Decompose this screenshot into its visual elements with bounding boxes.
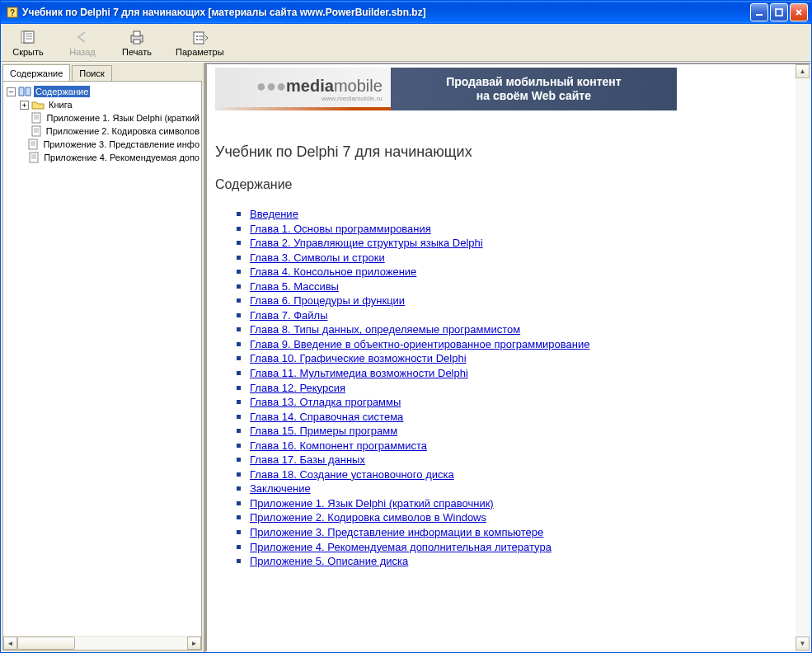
toc-link[interactable]: Приложение 4. Рекомендуемая дополнительн… [250, 541, 552, 553]
back-icon [73, 28, 92, 46]
close-button[interactable] [790, 3, 808, 21]
banner-brand-prefix: media [286, 77, 334, 95]
toc-item: Глава 9. Введение в объектно-ориентирова… [250, 337, 787, 352]
content-vscrollbar[interactable]: ▲ ▼ [796, 64, 810, 651]
banner-brand-suffix: mobile [334, 77, 383, 95]
toc-item: Глава 4. Консольное приложение [250, 265, 787, 280]
tree-book[interactable]: + Книга [3, 98, 201, 111]
tree-appendix[interactable]: Приложение 2. Кодировка символов [3, 124, 201, 138]
toc-item: Глава 3. Символы и строки [250, 251, 787, 265]
back-label: Назад [69, 47, 96, 57]
toc-link[interactable]: Приложение 3. Представление информации в… [250, 526, 543, 538]
toc-link[interactable]: Глава 8. Типы данных, определяемые прогр… [250, 323, 520, 336]
toc-link[interactable]: Глава 10. Графические возможности Delphi [250, 352, 467, 364]
toc-link[interactable]: Приложение 1. Язык Delphi (краткий справ… [250, 497, 494, 510]
toc-link[interactable]: Глава 7. Файлы [250, 309, 328, 322]
tree-panel: − Содержание + Книга [2, 81, 202, 651]
scroll-up-icon[interactable]: ▲ [796, 64, 810, 78]
toc-link[interactable]: Глава 12. Рекурсия [250, 382, 345, 394]
toc-item: Приложение 1. Язык Delphi (краткий справ… [250, 496, 787, 511]
scroll-left-icon[interactable]: ◄ [3, 637, 17, 650]
scroll-down-icon[interactable]: ▼ [796, 637, 810, 651]
toc-item: Глава 14. Справочная система [250, 410, 787, 425]
svg-text:?: ? [10, 8, 15, 17]
toc-item: Приложение 2. Кодировка символов в Windo… [250, 510, 787, 525]
page-icon [30, 125, 41, 137]
expand-icon[interactable]: + [20, 101, 29, 110]
tree-book-label: Книга [47, 99, 74, 110]
scroll-right-icon[interactable]: ► [187, 637, 201, 650]
toc-link[interactable]: Заключение [250, 482, 311, 495]
sidebar-hscrollbar[interactable]: ◄ ► [3, 636, 201, 650]
toc-item: Глава 13. Отладка программы [250, 395, 787, 410]
svg-point-10 [196, 35, 198, 37]
toc-item: Глава 12. Рекурсия [250, 381, 787, 396]
toc-link[interactable]: Глава 17. Базы данных [250, 453, 365, 466]
tab-contents-label: Содержание [10, 68, 63, 78]
help-window: ? Учебник по Delphi 7 для начинающих [ма… [0, 0, 812, 653]
toc-item: Заключение [250, 482, 787, 496]
tab-search[interactable]: Поиск [72, 65, 111, 82]
toc-link[interactable]: Глава 18. Создание установочного диска [250, 468, 454, 481]
toc-link[interactable]: Глава 13. Отладка программы [250, 396, 401, 408]
toc-link[interactable]: Глава 11. Мультимедиа возможности Delphi [250, 367, 468, 379]
toc-item: Введение [250, 207, 787, 222]
maximize-button[interactable] [770, 3, 788, 21]
toc-link[interactable]: Глава 15. Примеры программ [250, 425, 397, 437]
options-icon [190, 28, 209, 46]
titlebar[interactable]: ? Учебник по Delphi 7 для начинающих [ма… [1, 1, 811, 24]
main-area: Содержание Поиск − Содержание + [1, 62, 811, 652]
toc-link[interactable]: Глава 1. Основы программирования [250, 223, 431, 235]
tab-contents[interactable]: Содержание [2, 64, 70, 81]
toc-link[interactable]: Глава 14. Справочная система [250, 411, 403, 423]
toc-item: Глава 16. Компонент программиста [250, 439, 787, 453]
options-button[interactable]: Параметры [171, 26, 229, 59]
toc-item: Глава 5. Массивы [250, 280, 787, 294]
scroll-track[interactable] [796, 78, 810, 637]
print-button[interactable]: Печать [116, 26, 157, 59]
toc-item: Приложение 5. Описание диска [250, 554, 787, 569]
toc-link[interactable]: Введение [250, 208, 298, 220]
book-open-icon [18, 86, 31, 97]
toc-item: Глава 8. Типы данных, определяемые прогр… [250, 322, 787, 337]
toc-link[interactable]: Глава 2. Управляющие структуры языка Del… [250, 237, 483, 249]
banner-line1: Продавай мобильный контент [397, 75, 670, 90]
toc-link[interactable]: Глава 4. Консольное приложение [250, 265, 416, 278]
content-pane: S · F T PORTAL www.softportal.com ●●●med… [205, 63, 811, 652]
contents-tree[interactable]: − Содержание + Книга [3, 82, 201, 636]
toc-item: Глава 6. Процедуры и функции [250, 294, 787, 308]
svg-rect-13 [32, 126, 40, 136]
toc-link[interactable]: Приложение 5. Описание диска [250, 555, 408, 567]
svg-rect-8 [134, 40, 140, 44]
toc-link[interactable]: Глава 3. Символы и строки [250, 251, 385, 264]
scroll-thumb[interactable] [17, 637, 75, 650]
toc-item: Глава 17. Базы данных [250, 453, 787, 467]
expand-icon[interactable]: − [7, 87, 16, 96]
svg-rect-12 [32, 113, 40, 123]
svg-point-11 [196, 39, 198, 40]
tree-appendix[interactable]: Приложение 1. Язык Delphi (краткий [3, 111, 201, 124]
page-title: Учебник по Delphi 7 для начинающих [215, 143, 787, 161]
tree-item-label: Приложение 3. Представление инфо [41, 139, 201, 150]
tree-appendix[interactable]: Приложение 4. Рекомендуемая допо [3, 151, 201, 164]
page-icon [27, 139, 39, 150]
app-icon: ? [6, 6, 19, 19]
hide-button[interactable]: Скрыть [7, 26, 49, 59]
toc-link[interactable]: Приложение 2. Кодировка символов в Windo… [250, 511, 486, 524]
svg-rect-3 [776, 9, 782, 16]
toc-item: Приложение 4. Рекомендуемая дополнительн… [250, 540, 787, 555]
scroll-track[interactable] [17, 637, 187, 650]
toc-link[interactable]: Глава 6. Процедуры и функции [250, 294, 405, 307]
tree-appendix[interactable]: Приложение 3. Представление инфо [3, 138, 201, 151]
tree-root[interactable]: − Содержание [3, 85, 201, 98]
hide-icon [19, 28, 37, 46]
toc-item: Глава 10. Графические возможности Delphi [250, 351, 787, 366]
print-label: Печать [122, 47, 152, 57]
svg-rect-9 [194, 32, 204, 44]
ad-banner[interactable]: ●●●mediamobile www.mediamobile.ru Продав… [215, 68, 677, 110]
minimize-button[interactable] [750, 3, 768, 21]
back-button[interactable]: Назад [62, 26, 103, 59]
toc-link[interactable]: Глава 16. Компонент программиста [250, 439, 427, 452]
toc-link[interactable]: Глава 9. Введение в объектно-ориентирова… [250, 338, 589, 350]
toc-link[interactable]: Глава 5. Массивы [250, 280, 339, 293]
